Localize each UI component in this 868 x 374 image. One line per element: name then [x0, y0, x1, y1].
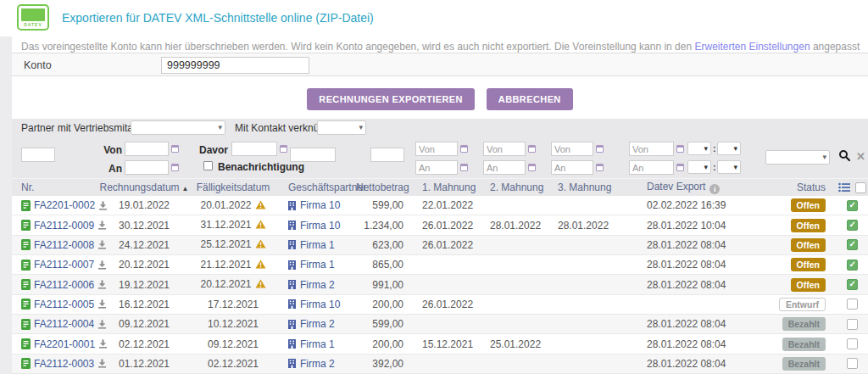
- calendar-icon[interactable]: [280, 145, 287, 153]
- search-icon[interactable]: [838, 149, 851, 165]
- list-view-icon[interactable]: [838, 182, 850, 193]
- davor-label: Davor: [199, 144, 228, 156]
- partner-link[interactable]: Firma 10: [300, 220, 340, 232]
- col-header-geschaeftspartner[interactable]: Geschäftspartner: [275, 181, 356, 193]
- konto-row: Konto: [12, 53, 868, 76]
- status-filter-select[interactable]: ▾: [765, 150, 830, 165]
- invoice-document-icon: [21, 260, 31, 271]
- partner-link[interactable]: Firma 2: [300, 279, 335, 291]
- faelligkeitsdatum-davor-input[interactable]: [231, 142, 277, 156]
- von-minute-select[interactable]: ▾: [717, 142, 741, 155]
- rechnungsdatum-an-label: An: [98, 163, 122, 175]
- select-all-checkbox[interactable]: [855, 182, 866, 193]
- invoice-number-link[interactable]: FA2201-0002: [34, 199, 95, 211]
- calendar-icon[interactable]: [528, 164, 536, 171]
- von-hour-select[interactable]: ▾: [687, 142, 711, 155]
- erweiterte-einstellungen-link[interactable]: Erweiterten Einstellungen: [694, 41, 810, 53]
- konto-input[interactable]: [161, 57, 309, 74]
- due-date: 20.12.2021: [200, 278, 251, 290]
- partner-link[interactable]: Firma 1: [300, 259, 335, 271]
- kontakt-select[interactable]: ▾: [317, 120, 366, 135]
- col-header-rechnungsdatum[interactable]: Rechnungsdatum▲: [97, 181, 192, 193]
- invoice-number-link[interactable]: FA2112-0007: [34, 259, 94, 271]
- table-row: FA2112-0008 24.12.2021 25.12.2021 Firma …: [12, 236, 868, 255]
- row-checkbox[interactable]: [847, 220, 858, 231]
- calendar-icon[interactable]: [528, 145, 536, 153]
- net-amount: 599,00: [356, 199, 420, 211]
- an-hour-select[interactable]: ▾: [687, 160, 711, 174]
- invoice-number-link[interactable]: FA2112-0003: [34, 358, 94, 370]
- row-checkbox[interactable]: [847, 358, 858, 369]
- invoice-number-link[interactable]: FA2201-0001: [34, 338, 95, 350]
- an-minute-select[interactable]: ▾: [717, 160, 741, 174]
- invoice-number-link[interactable]: FA2112-0005: [34, 299, 94, 310]
- rechnungsdatum-von-input[interactable]: [125, 142, 169, 156]
- col-header-mahnung1[interactable]: 1. Mahnung: [420, 181, 488, 193]
- clear-search-icon[interactable]: ✕: [856, 151, 865, 162]
- calendar-icon[interactable]: [596, 164, 604, 171]
- col-header-mahnung3[interactable]: 3. Mahnung: [556, 181, 624, 193]
- row-checkbox[interactable]: [847, 279, 858, 290]
- info-icon[interactable]: i: [709, 184, 720, 194]
- datev-export-an-input[interactable]: [629, 160, 674, 175]
- table-row: FA2112-0009 30.12.2021 31.12.2021 Firma …: [12, 215, 868, 235]
- partner-link[interactable]: Firma 1: [300, 338, 335, 350]
- status-badge: Bezahlt: [782, 338, 826, 351]
- row-checkbox[interactable]: [847, 319, 858, 330]
- chevron-down-icon: ▾: [218, 123, 222, 131]
- cancel-button[interactable]: ABBRECHEN: [487, 88, 573, 110]
- nr-filter-input[interactable]: [21, 148, 55, 162]
- col-header-datev-export[interactable]: Datev Exporti: [624, 181, 776, 194]
- nettobetrag-filter-input[interactable]: [370, 148, 404, 162]
- mahnung3-an-input[interactable]: [551, 160, 593, 175]
- mahnung2-von-input[interactable]: [483, 142, 526, 156]
- calendar-icon[interactable]: [676, 164, 684, 171]
- calendar-icon[interactable]: [460, 164, 468, 171]
- partner-link[interactable]: Firma 10: [300, 199, 340, 211]
- datev-export-von-input[interactable]: [629, 142, 674, 156]
- export-invoices-button[interactable]: RECHNUNGEN EXPORTIEREN: [307, 88, 475, 110]
- calendar-icon[interactable]: [171, 145, 179, 153]
- due-date: 31.12.2021: [200, 219, 251, 231]
- col-header-nettobetrag[interactable]: Nettobetrag: [356, 181, 420, 193]
- invoice-number-link[interactable]: FA2112-0009: [34, 220, 94, 232]
- mahnung1-von-input[interactable]: [415, 142, 458, 156]
- geschaeftspartner-filter-input[interactable]: [290, 148, 336, 162]
- partner-link[interactable]: Firma 2: [300, 358, 335, 370]
- net-amount: 392,00: [356, 358, 420, 370]
- invoice-number-link[interactable]: FA2112-0006: [34, 279, 94, 291]
- mahnung3-von-input[interactable]: [551, 142, 593, 156]
- datev-export-date: 28.01.2022 08:04: [624, 358, 776, 370]
- status-badge: Bezahlt: [782, 317, 826, 331]
- status-badge: Offen: [791, 198, 826, 212]
- col-header-nr[interactable]: Nr.: [12, 181, 97, 193]
- partner-select[interactable]: ▾: [131, 120, 225, 135]
- benachrichtigung-checkbox[interactable]: [203, 161, 213, 170]
- row-checkbox[interactable]: [847, 338, 858, 349]
- row-checkbox[interactable]: [847, 200, 858, 211]
- calendar-icon[interactable]: [460, 145, 468, 153]
- calendar-icon[interactable]: [676, 145, 684, 153]
- row-checkbox[interactable]: [847, 260, 858, 271]
- rechnungsdatum-an-input[interactable]: [125, 160, 169, 175]
- invoice-date: 19.01.2022: [97, 199, 192, 211]
- col-header-faelligkeitsdatum[interactable]: Fälligkeitsdatum: [192, 181, 275, 193]
- building-icon: [288, 280, 296, 289]
- invoice-number-link[interactable]: FA2112-0008: [34, 239, 94, 251]
- partner-link[interactable]: Firma 10: [300, 299, 340, 310]
- invoice-date: 09.12.2021: [97, 318, 192, 330]
- row-checkbox[interactable]: [847, 239, 858, 250]
- mahnung1-an-input[interactable]: [415, 160, 458, 175]
- partner-link[interactable]: Firma 1: [300, 239, 335, 251]
- row-checkbox[interactable]: [847, 299, 858, 310]
- chevron-down-icon: ▾: [733, 144, 737, 153]
- col-header-mahnung2[interactable]: 2. Mahnung: [488, 181, 556, 193]
- status-badge: Offen: [791, 238, 826, 252]
- col-header-status[interactable]: Status: [776, 181, 826, 193]
- partner-link[interactable]: Firma 2: [300, 318, 335, 330]
- calendar-icon[interactable]: [171, 164, 179, 171]
- invoice-number-link[interactable]: FA2112-0004: [34, 318, 94, 330]
- calendar-icon[interactable]: [596, 145, 604, 153]
- due-date: 17.12.2021: [208, 299, 259, 310]
- mahnung2-an-input[interactable]: [483, 160, 526, 175]
